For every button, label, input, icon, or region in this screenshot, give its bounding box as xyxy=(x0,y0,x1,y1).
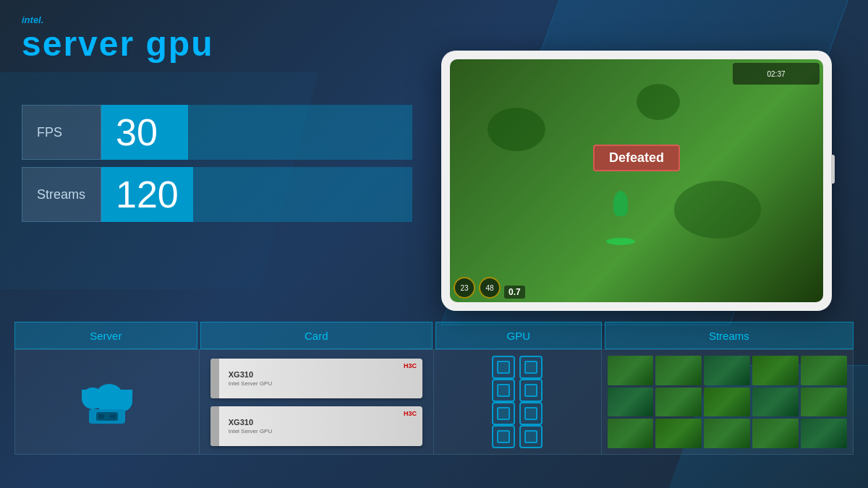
gpu-chip-7 xyxy=(492,425,515,448)
cloud-shape xyxy=(82,380,132,413)
terrain-blob-3 xyxy=(637,84,680,120)
fps-bar xyxy=(188,105,412,160)
stats-section: FPS 30 Streams 120 xyxy=(22,105,412,229)
tablet-button xyxy=(831,155,835,184)
cloud-base xyxy=(82,390,132,404)
hud-damage: 0.7 xyxy=(504,286,525,299)
card-pcb-2: XG310 Intel Server GPU xyxy=(229,418,272,435)
gpu-chip-8 xyxy=(519,425,542,448)
game-character xyxy=(599,191,642,241)
card-pcb-1: XG310 Intel Server GPU xyxy=(229,370,272,387)
gpu-chip-2 xyxy=(519,356,542,379)
streams-label: Streams xyxy=(22,167,101,222)
gpu-pair-1 xyxy=(492,356,542,379)
card-2-detail: Intel Server GPU xyxy=(229,428,272,435)
gpu-chip-inner-2 xyxy=(524,361,537,374)
fps-label: FPS xyxy=(22,105,101,160)
card-1-label: XG310 xyxy=(229,370,272,379)
gpu-chip-inner-5 xyxy=(497,407,510,420)
col-header-streams: Streams xyxy=(605,322,854,349)
gpu-column xyxy=(434,350,602,454)
gpu-chip-inner-4 xyxy=(524,384,537,397)
gpu-chip-1 xyxy=(492,356,515,379)
stream-thumb-3 xyxy=(704,356,750,385)
tablet-screen: 02:37 Defeated 23 48 0.7 xyxy=(450,59,823,302)
stream-thumb-1 xyxy=(608,356,654,385)
terrain-blob-2 xyxy=(674,181,761,239)
hud-icon-2: 48 xyxy=(479,277,501,299)
diagram-body: XG310 Intel Server GPU H3C XG310 Intel S… xyxy=(14,349,854,455)
gpu-pair-3 xyxy=(492,402,542,425)
stream-thumb-15 xyxy=(801,419,847,448)
gpu-card-2: XG310 Intel Server GPU H3C xyxy=(210,406,422,446)
usb-stick xyxy=(96,412,118,421)
gpu-pair-2 xyxy=(492,379,542,402)
game-status-banner: Defeated xyxy=(593,145,680,171)
usb-icon xyxy=(89,409,125,424)
gpu-chip-inner-3 xyxy=(497,384,510,397)
stream-thumb-2 xyxy=(655,356,702,385)
header: intel. SeRVeR GPU xyxy=(22,14,213,64)
gpu-chip-inner-1 xyxy=(497,361,510,374)
streams-bar xyxy=(193,167,412,222)
col-header-server: Server xyxy=(14,322,197,349)
streams-row: Streams 120 xyxy=(22,167,412,222)
intel-brand: intel. xyxy=(22,14,213,25)
card-connector-2 xyxy=(210,406,219,446)
diagram-section: Server Card GPU Streams xyxy=(14,322,854,481)
char-body xyxy=(613,191,628,216)
streams-column xyxy=(602,350,853,454)
cards-column: XG310 Intel Server GPU H3C XG310 Intel S… xyxy=(200,350,434,454)
stream-thumb-9 xyxy=(752,388,799,417)
gpu-chip-inner-7 xyxy=(497,430,510,443)
stream-thumb-12 xyxy=(655,419,702,448)
gpu-chip-inner-6 xyxy=(524,407,537,420)
game-ui-top: 02:37 xyxy=(733,63,820,85)
col-header-gpu: GPU xyxy=(435,322,602,349)
cloud-server-icon xyxy=(75,380,140,424)
stream-thumb-14 xyxy=(752,419,799,448)
stream-thumb-11 xyxy=(608,419,654,448)
usb-prong-1 xyxy=(98,414,104,419)
card-2-label: XG310 xyxy=(229,418,272,427)
fps-value: 30 xyxy=(101,105,188,160)
gpu-chip-6 xyxy=(519,402,542,425)
device-container: 02:37 Defeated 23 48 0.7 xyxy=(441,51,846,325)
server-column xyxy=(15,350,200,454)
product-title: SeRVeR GPU xyxy=(22,25,213,64)
gpu-chip-3 xyxy=(492,379,515,402)
stream-thumb-6 xyxy=(608,388,654,417)
usb-prong-2 xyxy=(110,414,116,419)
stream-thumb-8 xyxy=(704,388,750,417)
stream-thumb-13 xyxy=(704,419,750,448)
hud-icon-1: 23 xyxy=(454,277,475,299)
streams-value: 120 xyxy=(101,167,193,222)
stream-thumb-10 xyxy=(801,388,847,417)
col-header-card: Card xyxy=(200,322,433,349)
stream-grid xyxy=(608,356,847,448)
tablet-frame: 02:37 Defeated 23 48 0.7 xyxy=(441,51,832,311)
stream-thumb-7 xyxy=(655,388,702,417)
char-glow xyxy=(606,238,635,245)
stream-thumb-4 xyxy=(752,356,799,385)
gpu-chip-5 xyxy=(492,402,515,425)
fps-row: FPS 30 xyxy=(22,105,412,160)
gpu-card-1: XG310 Intel Server GPU H3C xyxy=(210,359,422,398)
gpu-chip-4 xyxy=(519,379,542,402)
game-timer: 02:37 xyxy=(767,70,785,78)
terrain-blob-1 xyxy=(488,108,545,151)
card-2-brand: H3C xyxy=(404,410,417,417)
card-connector-1 xyxy=(210,359,219,398)
card-1-brand: H3C xyxy=(404,362,417,369)
gpu-pair-4 xyxy=(492,425,542,448)
card-1-detail: Intel Server GPU xyxy=(229,380,272,387)
game-scene: 02:37 Defeated 23 48 0.7 xyxy=(450,59,823,302)
gpu-chip-inner-8 xyxy=(524,430,537,443)
stream-thumb-5 xyxy=(801,356,847,385)
diagram-header: Server Card GPU Streams xyxy=(14,322,854,349)
game-hud: 23 48 0.7 xyxy=(454,270,820,299)
